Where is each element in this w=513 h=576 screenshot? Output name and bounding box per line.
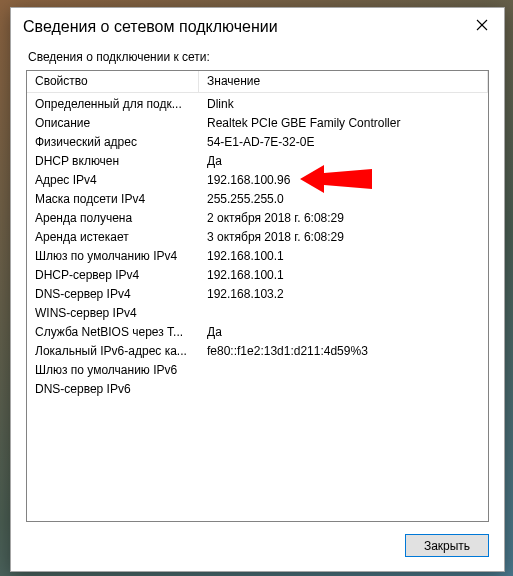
value-cell: 2 октября 2018 г. 6:08:29 — [199, 209, 488, 228]
property-cell: Локальный IPv6-адрес ка... — [27, 342, 199, 361]
table-row[interactable]: Аренда получена2 октября 2018 г. 6:08:29 — [27, 209, 488, 228]
property-cell: Маска подсети IPv4 — [27, 190, 199, 209]
value-cell: Да — [199, 323, 488, 342]
close-icon[interactable] — [460, 10, 504, 40]
table-row[interactable]: Служба NetBIOS через T...Да — [27, 323, 488, 342]
table-row[interactable]: Адрес IPv4192.168.100.96 — [27, 171, 488, 190]
property-cell: DNS-сервер IPv6 — [27, 380, 199, 399]
table-row[interactable]: DHCP включенДа — [27, 152, 488, 171]
value-cell — [199, 361, 488, 380]
table-row[interactable]: WINS-сервер IPv4 — [27, 304, 488, 323]
dialog-title: Сведения о сетевом подключении — [23, 18, 460, 36]
property-cell: Шлюз по умолчанию IPv4 — [27, 247, 199, 266]
header-value[interactable]: Значение — [199, 71, 488, 93]
property-cell: Физический адрес — [27, 133, 199, 152]
table-row[interactable]: Физический адрес54-E1-AD-7E-32-0E — [27, 133, 488, 152]
property-cell: Шлюз по умолчанию IPv6 — [27, 361, 199, 380]
table-row[interactable]: DHCP-сервер IPv4192.168.100.1 — [27, 266, 488, 285]
property-cell: WINS-сервер IPv4 — [27, 304, 199, 323]
property-cell: DHCP включен — [27, 152, 199, 171]
property-cell: Описание — [27, 114, 199, 133]
network-details-dialog: Сведения о сетевом подключении Сведения … — [10, 7, 505, 572]
value-cell — [199, 304, 488, 323]
value-cell: 192.168.103.2 — [199, 285, 488, 304]
table-row[interactable]: Локальный IPv6-адрес ка...fe80::f1e2:13d… — [27, 342, 488, 361]
property-cell: Адрес IPv4 — [27, 171, 199, 190]
value-cell: 192.168.100.96 — [199, 171, 488, 190]
value-cell: 54-E1-AD-7E-32-0E — [199, 133, 488, 152]
table-row[interactable]: Маска подсети IPv4255.255.255.0 — [27, 190, 488, 209]
table-row[interactable]: DNS-сервер IPv6 — [27, 380, 488, 399]
close-button[interactable]: Закрыть — [405, 534, 489, 557]
property-cell: Определенный для подк... — [27, 95, 199, 114]
table-body: Определенный для подк...DlinkОписаниеRea… — [27, 93, 488, 399]
value-cell: 3 октября 2018 г. 6:08:29 — [199, 228, 488, 247]
value-cell: 192.168.100.1 — [199, 266, 488, 285]
table-row[interactable]: Определенный для подк...Dlink — [27, 95, 488, 114]
details-table: Свойство Значение Определенный для подк.… — [26, 70, 489, 522]
property-cell: Аренда истекает — [27, 228, 199, 247]
table-row[interactable]: Шлюз по умолчанию IPv4192.168.100.1 — [27, 247, 488, 266]
table-header-row: Свойство Значение — [27, 71, 488, 93]
button-row: Закрыть — [26, 522, 489, 557]
value-cell: fe80::f1e2:13d1:d211:4d59%3 — [199, 342, 488, 361]
table-row[interactable]: Аренда истекает3 октября 2018 г. 6:08:29 — [27, 228, 488, 247]
table-row[interactable]: DNS-сервер IPv4192.168.103.2 — [27, 285, 488, 304]
value-cell: Realtek PCIe GBE Family Controller — [199, 114, 488, 133]
dialog-subtitle: Сведения о подключении к сети: — [28, 50, 489, 64]
titlebar: Сведения о сетевом подключении — [11, 8, 504, 46]
property-cell: Аренда получена — [27, 209, 199, 228]
table-row[interactable]: ОписаниеRealtek PCIe GBE Family Controll… — [27, 114, 488, 133]
dialog-body: Сведения о подключении к сети: Свойство … — [11, 46, 504, 571]
header-property[interactable]: Свойство — [27, 71, 199, 93]
value-cell: 192.168.100.1 — [199, 247, 488, 266]
property-cell: DNS-сервер IPv4 — [27, 285, 199, 304]
value-cell: 255.255.255.0 — [199, 190, 488, 209]
value-cell — [199, 380, 488, 399]
value-cell: Dlink — [199, 95, 488, 114]
property-cell: DHCP-сервер IPv4 — [27, 266, 199, 285]
value-cell: Да — [199, 152, 488, 171]
table-row[interactable]: Шлюз по умолчанию IPv6 — [27, 361, 488, 380]
property-cell: Служба NetBIOS через T... — [27, 323, 199, 342]
